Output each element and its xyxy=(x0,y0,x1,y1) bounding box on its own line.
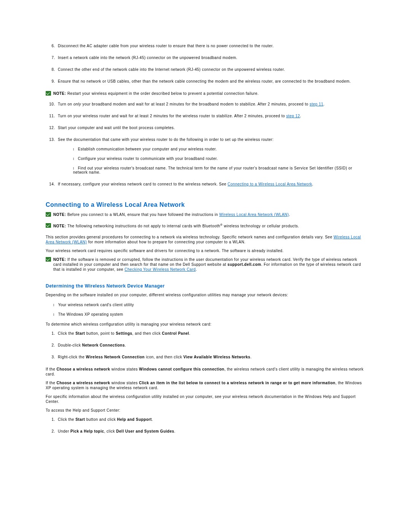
bold-text: Help and Support xyxy=(117,417,151,422)
text: Establish communication between your com… xyxy=(78,147,217,151)
bold-text: support.dell.com xyxy=(228,262,261,267)
text: Start your computer and wait until the b… xyxy=(58,126,175,130)
paragraph: To determine which wireless configuratio… xyxy=(46,322,365,327)
paragraph: If the Choose a wireless network window … xyxy=(46,380,365,390)
steps-list-a: Disconnect the AC adapter cable from you… xyxy=(46,44,365,83)
step-12: Start your computer and wait until the b… xyxy=(56,126,365,130)
text: Find out your wireless router's broadcas… xyxy=(73,166,352,174)
paragraph: For specific information about the wirel… xyxy=(46,394,365,404)
bold-text: Choose a wireless network xyxy=(57,367,110,371)
paragraph: If the Choose a wireless network window … xyxy=(46,367,365,377)
text: window states xyxy=(110,381,139,385)
note-software: NOTE: If the software is removed or corr… xyxy=(46,257,365,272)
wlan-link[interactable]: Wireless Local Area Network (WLAN) xyxy=(219,212,289,217)
list-item: Find out your wireless router's broadcas… xyxy=(73,166,365,174)
step-12-link[interactable]: step 12 xyxy=(286,114,300,118)
text: . xyxy=(196,267,197,272)
text: If the xyxy=(46,367,57,371)
text: wireless technology or cellular products… xyxy=(223,224,299,228)
note-icon xyxy=(46,257,51,262)
note-restart: NOTE: Restart your wireless equipment in… xyxy=(46,91,365,96)
note-icon xyxy=(46,91,51,96)
step-text: Ensure that no network or USB cables, ot… xyxy=(58,79,351,83)
text: . xyxy=(250,355,252,359)
bold-text: Pick a Help topic xyxy=(70,429,104,433)
bold-text: Windows cannot configure this connection xyxy=(139,367,224,371)
step-text: Connect the other end of the network cab… xyxy=(58,67,285,72)
bold-text: Wireless Network Connection xyxy=(86,355,145,359)
help-center-steps: Click the Start button and click Help an… xyxy=(46,417,365,433)
text: button, point to xyxy=(85,331,116,335)
text: , and then click xyxy=(132,331,162,335)
bold-text: Network Connections xyxy=(82,343,125,347)
text: Under xyxy=(58,429,70,433)
text: , click xyxy=(104,429,116,433)
paragraph: To access the Help and Support Center: xyxy=(46,408,365,413)
list-item: Under Pick a Help topic, click Dell User… xyxy=(56,429,365,433)
connecting-wlan-link[interactable]: Connecting to a Wireless Local Area Netw… xyxy=(228,182,312,186)
bold-text: Settings xyxy=(116,331,132,335)
text: Turn on your wireless router and wait fo… xyxy=(58,114,286,118)
note-label: NOTE: xyxy=(53,212,67,217)
italic-text: only xyxy=(73,102,81,106)
text: . xyxy=(125,343,126,347)
list-item: Click the Start button, point to Setting… xyxy=(56,331,365,335)
text: button and click xyxy=(85,417,117,422)
subsection-heading-determining: Determining the Wireless Network Device … xyxy=(46,283,365,289)
step-8: Connect the other end of the network cab… xyxy=(56,67,365,72)
text: window states xyxy=(110,367,139,371)
step-text: Disconnect the AC adapter cable from you… xyxy=(58,44,274,48)
list-item: Your wireless network card's client util… xyxy=(53,303,365,307)
utilities-list: Your wireless network card's client util… xyxy=(46,303,365,316)
step-10: Turn on only your broadband modem and wa… xyxy=(56,102,365,106)
step-14: If necessary, configure your wireless ne… xyxy=(56,182,365,186)
text: Turn on xyxy=(58,102,73,106)
note-icon xyxy=(46,223,51,228)
step-7: Insert a network cable into the network … xyxy=(56,56,365,60)
text: The Windows XP operating system xyxy=(58,312,123,316)
text: for more information about how to prepar… xyxy=(87,240,245,244)
note-bluetooth: NOTE: The following networking instructi… xyxy=(46,223,365,228)
text: Right-click the xyxy=(58,355,86,359)
determine-steps: Click the Start button, point to Setting… xyxy=(46,331,365,359)
text: Click the xyxy=(58,331,75,335)
text: Before you connect to a WLAN, ensure tha… xyxy=(67,212,219,217)
note-text: NOTE: If the software is removed or corr… xyxy=(53,257,365,272)
step-text: Insert a network cable into the network … xyxy=(58,56,237,60)
list-item: The Windows XP operating system xyxy=(53,312,365,316)
list-item: Click the Start button and click Help an… xyxy=(56,417,365,422)
document-page: Disconnect the AC adapter cable from you… xyxy=(0,0,411,464)
text: . xyxy=(300,114,301,118)
section-heading-connecting: Connecting to a Wireless Local Area Netw… xyxy=(46,201,365,208)
text: icon, and then click xyxy=(145,355,183,359)
bold-text: Start xyxy=(75,417,85,422)
bold-text: View Available Wireless Networks xyxy=(183,355,250,359)
text: This section provides general procedures… xyxy=(46,235,334,239)
note-before-connect: NOTE: Before you connect to a WLAN, ensu… xyxy=(46,212,365,217)
note-text: NOTE: The following networking instructi… xyxy=(53,223,299,228)
text: Click the xyxy=(58,417,75,422)
bold-text: Choose a wireless network xyxy=(57,381,110,385)
step-6: Disconnect the AC adapter cable from you… xyxy=(56,44,365,48)
checking-card-link[interactable]: Checking Your Wireless Network Card xyxy=(124,267,196,272)
step-13-sublist: Establish communication between your com… xyxy=(58,147,365,174)
step-11: Turn on your wireless router and wait fo… xyxy=(56,114,365,118)
text: . xyxy=(289,212,290,217)
step-9: Ensure that no network or USB cables, ot… xyxy=(56,79,365,83)
paragraph: This section provides general procedures… xyxy=(46,235,365,244)
list-item: Configure your wireless router to commun… xyxy=(73,157,365,161)
list-item: Double-click Network Connections. xyxy=(56,343,365,347)
step-13: See the documentation that came with you… xyxy=(56,137,365,174)
text: Configure your wireless router to commun… xyxy=(78,157,218,161)
text: If necessary, configure your wireless ne… xyxy=(58,182,228,186)
bold-text: Click an item in the list below to conne… xyxy=(139,381,335,385)
note-label: NOTE: xyxy=(53,91,67,96)
list-item: Right-click the Wireless Network Connect… xyxy=(56,355,365,359)
step-11-link[interactable]: step 11 xyxy=(310,102,323,106)
text: . xyxy=(312,182,313,186)
text: your broadband modem and wait for at lea… xyxy=(81,102,309,106)
text: Your wireless network card's client util… xyxy=(58,303,134,307)
text: . xyxy=(174,429,175,433)
text: . xyxy=(323,102,325,106)
text: If the xyxy=(46,381,57,385)
